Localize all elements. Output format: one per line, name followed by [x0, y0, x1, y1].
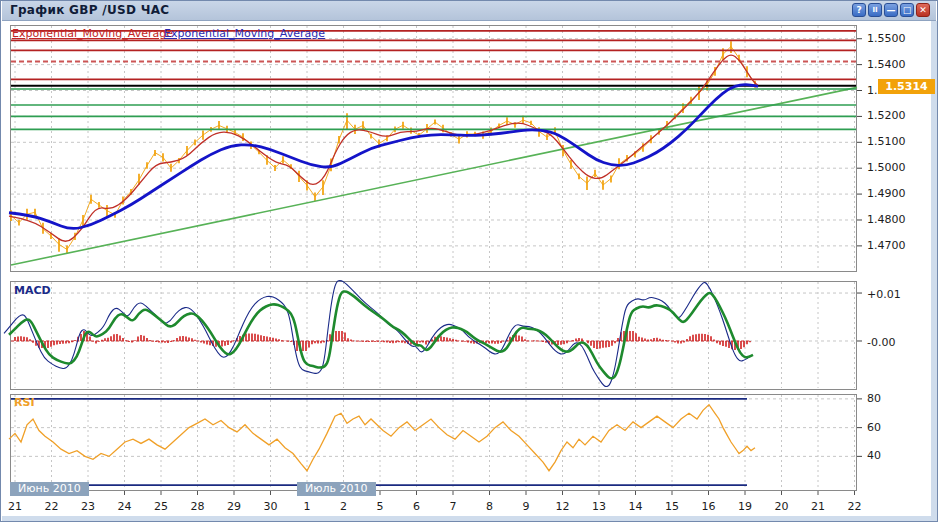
x-axis-label: 15	[665, 500, 679, 513]
x-axis-label: 29	[227, 500, 241, 513]
title-bar[interactable]: График GBP /USD ЧАС ? II — □ ✕	[2, 1, 936, 21]
x-axis-label: 22	[848, 500, 862, 513]
x-axis-label: 8	[486, 500, 493, 513]
ema-slow-label: Exponential_Moving_Average	[164, 27, 325, 40]
bottom-frame-strip	[2, 516, 938, 522]
rsi-axis-label: 60	[867, 421, 881, 434]
x-axis-label: 30	[264, 500, 278, 513]
ema-fast-label: Exponential_Moving_Average	[12, 27, 173, 40]
x-axis-label: 20	[775, 500, 789, 513]
x-axis-label: 6	[413, 500, 420, 513]
x-axis-label: 9	[523, 500, 530, 513]
macd-axis-label: +0.01	[867, 288, 901, 301]
x-axis-label: 28	[191, 500, 205, 513]
x-axis-label: 23	[81, 500, 95, 513]
x-axis-label: 21	[8, 500, 22, 513]
x-axis-label: 14	[629, 500, 643, 513]
macd-label: MACD	[14, 284, 51, 297]
rsi-panel[interactable]	[10, 394, 857, 491]
price-axis-label: 1.4700	[867, 239, 906, 252]
window-title: График GBP /USD ЧАС	[10, 3, 169, 17]
close-button[interactable]: ✕	[916, 3, 930, 17]
x-axis-label: 22	[45, 500, 59, 513]
macd-panel[interactable]	[10, 281, 857, 390]
macd-axis-label: -0.00	[867, 336, 895, 349]
help-button[interactable]: ?	[852, 3, 866, 17]
pause-button[interactable]: II	[868, 3, 882, 17]
window-buttons: ? II — □ ✕	[852, 3, 930, 17]
current-price-badge: 1.5314	[878, 79, 935, 94]
x-axis-label: 16	[702, 500, 716, 513]
price-axis-label: 1.5200	[867, 109, 906, 122]
price-axis-label: 1.5500	[867, 32, 906, 45]
price-axis-label: 1.4900	[867, 187, 906, 200]
chart-window: График GBP /USD ЧАС ? II — □ ✕ Exponenti…	[0, 0, 938, 522]
x-axis-label: 2	[340, 500, 347, 513]
x-axis-label: 7	[450, 500, 457, 513]
x-axis-label: 13	[592, 500, 606, 513]
x-axis-label: 12	[556, 500, 570, 513]
price-axis-label: 1.5100	[867, 135, 906, 148]
price-axis-label: 1.5000	[867, 161, 906, 174]
price-axis-label: 1.5400	[867, 58, 906, 71]
right-frame-strip	[931, 21, 938, 516]
x-axis-label: 25	[154, 500, 168, 513]
rsi-label: RSI	[14, 396, 35, 409]
maximize-button[interactable]: □	[900, 3, 914, 17]
x-axis-label: 1	[304, 500, 311, 513]
month-badge: Июль 2010	[297, 482, 376, 496]
rsi-axis-label: 80	[867, 392, 881, 405]
price-axis-label: 1.4800	[867, 213, 906, 226]
x-axis-label: 21	[811, 500, 825, 513]
x-axis-label: 19	[738, 500, 752, 513]
x-axis-label: 24	[118, 500, 132, 513]
rsi-axis-label: 40	[867, 449, 881, 462]
month-badge: Июнь 2010	[10, 482, 89, 496]
minimize-button[interactable]: —	[884, 3, 898, 17]
price-chart-panel[interactable]	[10, 25, 857, 272]
x-axis-label: 5	[377, 500, 384, 513]
